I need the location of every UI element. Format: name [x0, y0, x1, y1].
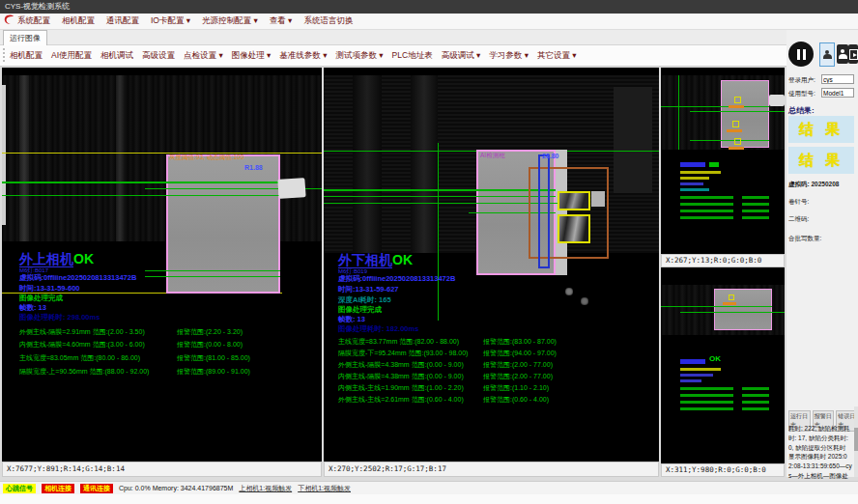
weld-roi-box — [729, 294, 734, 300]
measurement-value: 主线宽度=83.05mm 范围:(80.00 - 86.00) — [19, 354, 140, 361]
machine-highlight — [591, 191, 605, 207]
small-bottom-camera-view[interactable]: OK — [661, 267, 785, 463]
baseline — [690, 111, 785, 112]
menu-item-view[interactable]: 查看 ▾ — [270, 15, 293, 27]
product-region — [166, 154, 280, 294]
probe-value-label: 28.80 — [542, 153, 559, 159]
exit-button[interactable] — [848, 44, 858, 64]
tool-camera-config[interactable]: 相机配置 — [10, 50, 43, 62]
batch-count-label: 合批写数量: — [788, 235, 821, 243]
mini-meas-line — [742, 203, 769, 206]
measurement-alarm: 报警范围:(0.60 - 4.00) — [483, 395, 549, 405]
comm-connection-badge: 通讯连接 — [80, 484, 113, 493]
measurement-value: 外侧主线-主线=2.61mm 范围:(0.60 - 4.00) — [338, 396, 464, 403]
calibration-line-top — [2, 153, 322, 154]
product-code-label: 虚拟码: — [788, 181, 810, 187]
pause-icon — [797, 49, 800, 60]
weld-roi-box — [732, 121, 739, 127]
mini-text-line — [680, 171, 721, 174]
mini-meas-line — [680, 394, 733, 397]
tool-baseline-params[interactable]: 基准线参数 ▾ — [279, 50, 327, 62]
tool-ai-use-config[interactable]: AI使用配置 — [51, 50, 92, 62]
user-icon — [823, 50, 832, 60]
roi-threshold-label: 灰度阈值:93, 动态阈值:100 — [169, 154, 243, 162]
machine-edge — [2, 85, 6, 225]
model-input[interactable] — [821, 88, 854, 98]
app-window: CYS-视觉检测系统 系统配置 相机配置 通讯配置 IO卡配置 ▾ 光源控制配置… — [0, 0, 858, 504]
weld-roi-box — [558, 214, 590, 243]
probe-value-label: R1.88 — [244, 164, 263, 171]
window-bottom-filler — [0, 494, 858, 504]
tool-spot-check[interactable]: 点检设置 ▾ — [184, 50, 223, 62]
ai-elapsed-line: 深度AI耗时: 165 — [338, 295, 391, 305]
baseline — [680, 312, 785, 313]
measurement-alarm: 报警范围:(83.00 - 87.00) — [483, 337, 557, 347]
menu-item-light-config[interactable]: 光源控制配置 ▾ — [202, 15, 258, 27]
tab-connector — [277, 178, 305, 199]
tool-image-processing[interactable]: 图像处理 ▾ — [232, 50, 272, 62]
small-bottom-pixel-caption: X:311;Y:980;R:0;G:0;B:0 — [661, 463, 785, 477]
tab-run-image[interactable]: 运行图像 — [3, 30, 47, 45]
measurement-alarm: 报警范围:(2.00 - 77.00) — [483, 360, 553, 370]
machine-column — [353, 75, 382, 253]
mini-meas-line — [680, 216, 733, 219]
tool-plc-address[interactable]: PLC地址表 — [392, 50, 433, 62]
measurement-value: 隔膜宽度-上=90.56mm 范围:(88.00 - 92.00) — [19, 368, 149, 375]
tool-other-settings[interactable]: 其它设置 ▾ — [537, 50, 577, 62]
camera-name: 外上相机 — [19, 251, 73, 267]
user-login-button[interactable] — [819, 42, 835, 67]
camera-name: 外下相机 — [338, 252, 392, 268]
baseline — [661, 306, 772, 307]
login-user-input[interactable] — [821, 74, 854, 84]
menu-item-comm-config[interactable]: 通讯配置 — [106, 15, 139, 27]
menu-item-io-config[interactable]: IO卡配置 ▾ — [151, 15, 190, 27]
mini-meas-line — [742, 407, 769, 410]
machine-column — [411, 75, 438, 253]
roi-value-mark — [729, 147, 744, 150]
roi-value-mark — [723, 302, 736, 305]
center-pixel-caption: X:270;Y:2502;R:17;G:17;B:17 — [324, 462, 659, 477]
bottom-camera-trigger-link[interactable]: 下相机1:视频触发 — [298, 484, 351, 493]
tool-test-params[interactable]: 测试项参数 ▾ — [335, 50, 383, 62]
menu-item-language-switch[interactable]: 系统语言切换 — [303, 15, 353, 27]
tool-advanced-settings[interactable]: 高级设置 — [142, 50, 175, 62]
window-titlebar[interactable]: CYS-视觉检测系统 — [0, 0, 858, 14]
measurement-value: 外侧主线-隔膜=4.38mm 范围:(0.00 - 9.00) — [338, 361, 464, 368]
baseline — [690, 140, 769, 141]
time-line: 时间:13-31-59-600 — [19, 284, 80, 294]
mini-status-text — [709, 162, 719, 167]
exit-icon — [849, 49, 858, 60]
baseline — [145, 276, 280, 277]
mini-text-line — [680, 368, 721, 371]
machine-column — [116, 75, 124, 241]
operator-button[interactable] — [837, 44, 848, 64]
measurement-alarm: 报警范围:(2.20 - 3.20) — [177, 327, 243, 337]
right-control-panel: 登录用户: 使用型号: 总结果: 结 果 结 果 虚拟码: 20250208 卷… — [786, 30, 858, 477]
window-title: CYS-视觉检测系统 — [5, 2, 70, 11]
left-camera-view[interactable]: 灰度阈值:93, 动态阈值:100 R1.88 外上相机OK M6灯:B017 … — [2, 68, 322, 462]
product-code-value: 20250208 — [811, 181, 839, 187]
tool-camera-debug[interactable]: 相机调试 — [100, 50, 133, 62]
log-scrollbar-thumb[interactable] — [854, 428, 858, 451]
left-pixel-caption: X:7677;Y:891;R:14;G:14;B:14 — [2, 462, 322, 477]
pause-icon — [803, 49, 806, 60]
tool-advanced-debug[interactable]: 高级调试 ▾ — [442, 50, 481, 62]
mini-text-line — [680, 177, 709, 180]
tool-learn-params[interactable]: 学习参数 ▾ — [489, 50, 529, 62]
total-result-label: 总结果: — [788, 105, 815, 116]
menu-item-camera-config[interactable]: 相机配置 — [62, 15, 95, 27]
top-camera-trigger-link[interactable]: 上相机1:视频触发 — [239, 484, 292, 493]
toolbar-grip — [3, 48, 5, 64]
weld-roi-box — [734, 97, 741, 103]
center-camera-view[interactable]: AI检测框 28.80 外下相机OK M6灯:B019 虚拟码:0ffliine… — [324, 68, 659, 462]
camera-connection-badge: 相机连接 — [42, 484, 74, 493]
menu-item-system-config[interactable]: 系统配置 — [17, 15, 50, 27]
screw-detail — [581, 297, 588, 305]
measurement-alarm: 报警范围:(89.00 - 91.00) — [177, 367, 250, 377]
measurement-row: 外侧主线-隔膜=4.38mm 范围:(0.00 - 9.00) 报警范围:(2.… — [338, 360, 657, 370]
small-top-camera-view[interactable] — [661, 68, 785, 254]
pause-button[interactable] — [788, 42, 814, 67]
log-text: 耗时: 222, 缺陷检测耗时: 17, 缺陷分类耗时: 0, 缺陷提取分区耗时… — [788, 424, 852, 490]
mini-meas-line — [742, 394, 769, 397]
measurement-row: 外侧主线-隔膜=2.91mm 范围:(2.00 - 3.50) 报警范围:(2.… — [19, 327, 320, 337]
